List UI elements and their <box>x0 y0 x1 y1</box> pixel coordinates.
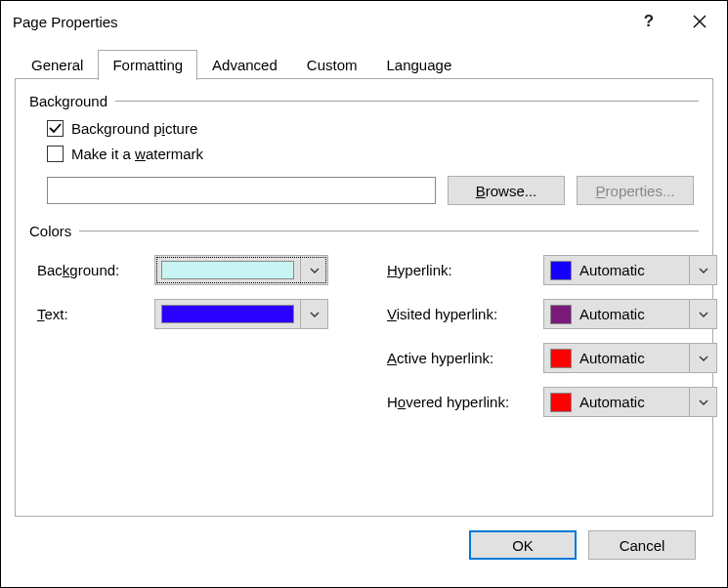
chevron-down-icon <box>689 256 716 284</box>
hovered-hyperlink-color-label: Hovered hyperlink: <box>387 394 543 410</box>
check-icon <box>49 122 62 135</box>
background-section: Background picture Make it a watermark B… <box>29 109 699 205</box>
background-color-swatch <box>161 261 294 279</box>
cancel-button[interactable]: Cancel <box>588 530 696 560</box>
group-background-label: Background <box>29 93 107 109</box>
hyperlink-color-combo[interactable]: Automatic <box>543 255 717 285</box>
chevron-down-icon <box>689 300 716 328</box>
hovered-hyperlink-color-combo[interactable]: Automatic <box>543 387 717 417</box>
group-background-header: Background <box>29 93 699 109</box>
background-picture-label: Background picture <box>71 120 197 137</box>
properties-button: Properties... <box>577 176 694 205</box>
dialog-footer: OK Cancel <box>15 517 713 573</box>
background-color-combo[interactable] <box>154 255 328 285</box>
watermark-checkbox-row[interactable]: Make it a watermark <box>47 141 699 166</box>
active-hyperlink-color-swatch <box>550 349 572 368</box>
tab-general[interactable]: General <box>17 50 98 79</box>
watermark-checkbox[interactable] <box>47 146 64 162</box>
visited-hyperlink-color-combo[interactable]: Automatic <box>543 299 717 329</box>
active-hyperlink-color-label: Active hyperlink: <box>387 350 543 366</box>
background-picture-checkbox[interactable] <box>47 120 64 137</box>
tab-custom[interactable]: Custom <box>292 50 372 79</box>
text-color-label: Text: <box>37 306 154 322</box>
text-color-swatch <box>161 305 294 323</box>
colors-grid: Background: Hyperlink: Automatic Text: <box>29 239 699 417</box>
group-colors-header: Colors <box>29 223 699 239</box>
background-path-row: Browse... Properties... <box>47 176 699 205</box>
chevron-down-icon <box>300 300 327 328</box>
titlebar: Page Properties ? <box>1 1 727 42</box>
tabpage-formatting: Background Background picture Make it a … <box>15 79 713 517</box>
visited-hyperlink-color-swatch <box>550 305 572 324</box>
close-button[interactable] <box>672 1 727 42</box>
tab-language[interactable]: Language <box>371 50 466 79</box>
chevron-down-icon <box>689 388 716 416</box>
background-picture-checkbox-row[interactable]: Background picture <box>47 115 699 141</box>
hyperlink-color-label: Hyperlink: <box>387 262 543 278</box>
client-area: General Formatting Advanced Custom Langu… <box>1 42 727 587</box>
chevron-down-icon <box>689 344 716 372</box>
text-color-combo[interactable] <box>154 299 328 329</box>
tab-formatting[interactable]: Formatting <box>98 50 197 80</box>
help-button[interactable]: ? <box>625 1 672 42</box>
background-path-input[interactable] <box>47 177 436 204</box>
tab-advanced[interactable]: Advanced <box>197 50 292 79</box>
browse-button[interactable]: Browse... <box>448 176 565 205</box>
visited-hyperlink-color-label: Visited hyperlink: <box>387 306 543 322</box>
group-colors-label: Colors <box>29 223 71 239</box>
window-title: Page Properties <box>13 14 625 30</box>
hyperlink-color-swatch <box>550 261 572 280</box>
close-icon <box>693 15 707 28</box>
watermark-label: Make it a watermark <box>71 146 203 162</box>
tabstrip: General Formatting Advanced Custom Langu… <box>15 48 713 79</box>
active-hyperlink-color-combo[interactable]: Automatic <box>543 343 717 373</box>
chevron-down-icon <box>300 256 327 284</box>
page-properties-dialog: Page Properties ? General Formatting Adv… <box>0 0 728 588</box>
background-color-label: Background: <box>37 262 154 278</box>
hovered-hyperlink-color-swatch <box>550 393 572 412</box>
ok-button[interactable]: OK <box>469 530 577 560</box>
